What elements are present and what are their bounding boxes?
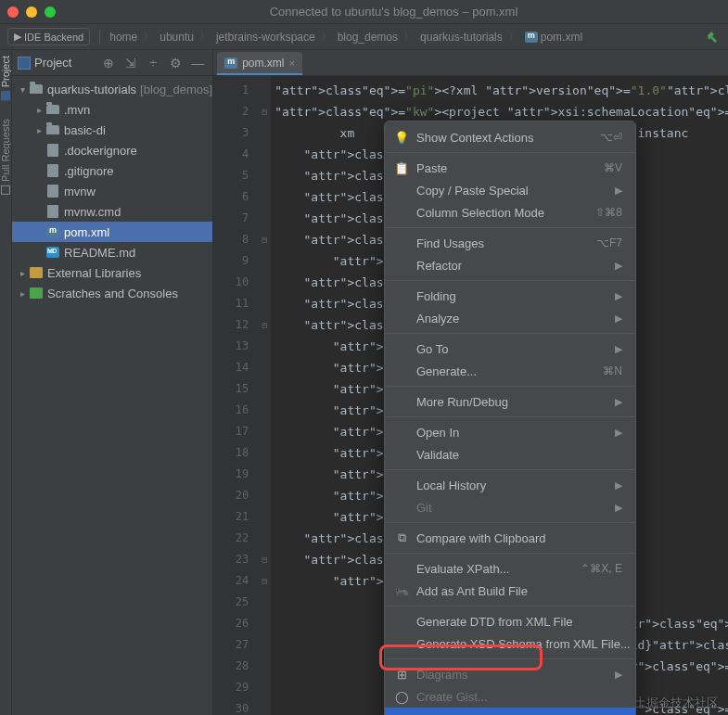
tree-item--mvn[interactable]: .mvn bbox=[12, 99, 212, 120]
minimize-window-icon[interactable] bbox=[26, 6, 37, 18]
watermark-text: 稀土掘金技术社区 bbox=[622, 696, 719, 709]
tree-item-label: pom.xml bbox=[64, 225, 109, 239]
breadcrumb-file[interactable]: pom.xml bbox=[525, 31, 582, 44]
menu-item-label: Generate... bbox=[416, 364, 595, 378]
menu-item-more-run-debug[interactable]: More Run/Debug▶ bbox=[385, 390, 635, 413]
project-header-title[interactable]: Project bbox=[34, 56, 96, 70]
chevron-right-icon: 〉 bbox=[508, 29, 519, 45]
ide-backend-label: IDE Backend bbox=[24, 32, 83, 43]
project-tree[interactable]: quarkus-tutorials [blog_demos].mvnbasic-… bbox=[12, 76, 212, 715]
menu-item-add-as-ant-build-file[interactable]: 🐜Add as Ant Build File bbox=[385, 580, 635, 602]
tree-item--gitignore[interactable]: .gitignore bbox=[12, 160, 212, 181]
tree-arrow-icon[interactable] bbox=[16, 288, 29, 299]
line-number-gutter: 1234567891011121314151617181920212223242… bbox=[213, 76, 258, 715]
menu-item-icon: ⊞ bbox=[394, 668, 409, 682]
menu-item-shortcut: ⌥F7 bbox=[596, 236, 622, 249]
menu-separator bbox=[385, 280, 635, 281]
tree-arrow-icon[interactable] bbox=[16, 84, 29, 95]
tree-arrow-icon[interactable] bbox=[32, 125, 45, 135]
editor-tab-pom[interactable]: pom.xml × bbox=[217, 52, 302, 75]
menu-item-show-context-actions[interactable]: 💡Show Context Actions⌥⏎ bbox=[385, 126, 635, 148]
code-line[interactable]: "attr">class"eq">="kw"><project "attr">x… bbox=[275, 101, 728, 122]
chevron-right-icon: 〉 bbox=[143, 29, 154, 45]
menu-item-label: Refactor bbox=[416, 259, 607, 273]
breadcrumb-home[interactable]: home bbox=[109, 31, 137, 44]
menu-item-label: Open In bbox=[416, 426, 607, 440]
menu-item-label: More Run/Debug bbox=[416, 395, 607, 409]
menu-item-validate[interactable]: Validate bbox=[385, 443, 635, 466]
menu-item-evaluate-xpath---[interactable]: Evaluate XPath...⌃⌘X, E bbox=[385, 557, 635, 580]
tree-item-label: mvnw.cmd bbox=[64, 205, 121, 219]
menu-item-paste[interactable]: 📋Paste⌘V bbox=[385, 157, 635, 179]
expand-all-icon[interactable]: ⇲ bbox=[121, 54, 140, 72]
close-window-icon[interactable] bbox=[7, 6, 19, 18]
breadcrumb-blog-demos[interactable]: blog_demos bbox=[338, 31, 398, 44]
select-opened-file-icon[interactable]: ⊕ bbox=[99, 54, 118, 72]
menu-item-label: Add as Ant Build File bbox=[416, 584, 622, 598]
breadcrumb-ubuntu[interactable]: ubuntu bbox=[160, 31, 194, 44]
menu-item-add-as-maven-project[interactable]: ＋Add as Maven Project bbox=[385, 708, 635, 715]
tree-item-mvnw-cmd[interactable]: mvnw.cmd bbox=[12, 201, 212, 222]
hide-tool-window-icon[interactable]: — bbox=[188, 54, 207, 72]
menu-item-label: Diagrams bbox=[416, 668, 607, 682]
menu-item-generate-dtd-from-xml-file[interactable]: Generate DTD from XML File bbox=[385, 610, 635, 632]
menu-item-find-usages[interactable]: Find Usages⌥F7 bbox=[385, 232, 635, 254]
menu-item-local-history[interactable]: Local History▶ bbox=[385, 474, 635, 496]
ide-backend-button[interactable]: ▶ IDE Backend bbox=[7, 28, 90, 45]
project-tool-tab[interactable]: Project bbox=[0, 56, 11, 100]
maven-file-icon bbox=[224, 57, 237, 69]
markdown-file-icon bbox=[45, 246, 60, 260]
settings-gear-icon[interactable]: ⚙ bbox=[166, 54, 185, 72]
context-menu[interactable]: 💡Show Context Actions⌥⏎📋Paste⌘VCopy / Pa… bbox=[384, 121, 636, 715]
tree-item-external-libraries[interactable]: External Libraries bbox=[12, 262, 212, 283]
menu-item-open-in[interactable]: Open In▶ bbox=[385, 421, 635, 443]
tree-item-scratches-and-consoles[interactable]: Scratches and Consoles bbox=[12, 283, 212, 303]
menu-item-folding[interactable]: Folding▶ bbox=[385, 285, 635, 307]
pull-requests-icon bbox=[1, 185, 10, 195]
menu-item-copy---paste-special[interactable]: Copy / Paste Special▶ bbox=[385, 179, 635, 201]
menu-item-refactor[interactable]: Refactor▶ bbox=[385, 254, 635, 276]
title-bar: Connected to ubuntu's blog_demos – pom.x… bbox=[0, 0, 728, 24]
tree-item-mvnw[interactable]: mvnw bbox=[12, 181, 212, 201]
submenu-chevron-icon: ▶ bbox=[615, 290, 622, 302]
chevron-right-icon: 〉 bbox=[321, 29, 332, 45]
tree-item-pom-xml[interactable]: pom.xml bbox=[12, 222, 212, 242]
tree-arrow-icon[interactable] bbox=[32, 105, 45, 115]
zoom-window-icon[interactable] bbox=[45, 6, 56, 18]
menu-item-column-selection-mode[interactable]: Column Selection Mode⇧⌘8 bbox=[385, 201, 635, 223]
pull-requests-tool-tab[interactable]: Pull Requests bbox=[0, 119, 11, 195]
tree-item-quarkus-tutorials[interactable]: quarkus-tutorials [blog_demos] bbox=[12, 79, 212, 99]
tree-arrow-icon[interactable] bbox=[16, 268, 29, 278]
menu-separator bbox=[385, 227, 635, 228]
collapse-all-icon[interactable]: ÷ bbox=[144, 54, 162, 72]
menu-separator bbox=[385, 333, 635, 334]
submenu-chevron-icon: ▶ bbox=[615, 185, 622, 197]
code-line[interactable]: "attr">class"eq">="pi"><?xml "attr">vers… bbox=[275, 80, 728, 101]
menu-item-label: Show Context Actions bbox=[416, 131, 593, 145]
tree-item-label: .dockerignore bbox=[64, 144, 137, 158]
breadcrumb-workspace[interactable]: jetbrains-workspace bbox=[216, 31, 315, 44]
tree-item-readme-md[interactable]: README.md bbox=[12, 242, 212, 262]
scratch-icon bbox=[29, 287, 44, 300]
menu-item-generate-xsd-schema-from-xml-file---[interactable]: Generate XSD Schema from XML File... bbox=[385, 632, 635, 655]
window-controls bbox=[7, 6, 56, 18]
menu-item-shortcut: ⇧⌘8 bbox=[595, 206, 622, 219]
tree-item--dockerignore[interactable]: .dockerignore bbox=[12, 140, 212, 160]
tree-item-label: Scratches and Consoles bbox=[47, 287, 178, 300]
menu-item-compare-with-clipboard[interactable]: ⧉Compare with Clipboard bbox=[385, 527, 635, 549]
menu-item-diagrams: ⊞Diagrams▶ bbox=[385, 663, 635, 685]
menu-item-analyze[interactable]: Analyze▶ bbox=[385, 307, 635, 329]
pull-requests-tab-label: Pull Requests bbox=[0, 119, 11, 182]
menu-separator bbox=[385, 553, 635, 554]
submenu-chevron-icon: ▶ bbox=[615, 396, 622, 408]
maven-file-icon bbox=[45, 225, 60, 239]
menu-item-generate---[interactable]: Generate...⌘N bbox=[385, 360, 635, 382]
tree-item-label: .mvn bbox=[64, 103, 90, 117]
menu-item-go-to[interactable]: Go To▶ bbox=[385, 338, 635, 360]
file-icon bbox=[45, 205, 60, 219]
close-tab-icon[interactable]: × bbox=[289, 57, 295, 69]
build-hammer-icon[interactable] bbox=[706, 30, 721, 45]
tree-item-basic-di[interactable]: basic-di bbox=[12, 120, 212, 140]
fold-gutter[interactable] bbox=[258, 76, 271, 715]
breadcrumb-quarkus[interactable]: quarkus-tutorials bbox=[420, 31, 503, 44]
